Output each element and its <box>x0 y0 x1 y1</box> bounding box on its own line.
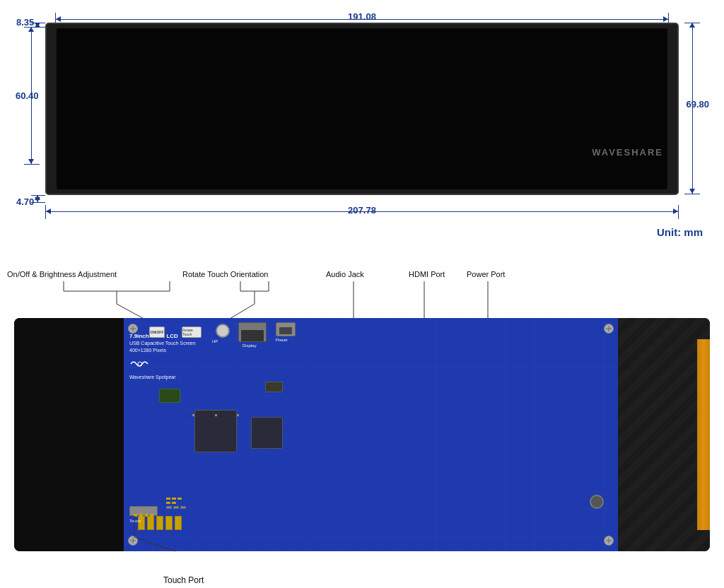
tick-left-h2 <box>24 164 40 165</box>
tick-total-right <box>678 205 679 219</box>
pcb-brand: Waveshare Spotpear <box>129 375 196 380</box>
pcb-product-resolution: 400×1280 Pixels <box>129 347 196 354</box>
dim-top-width: 191.08 <box>348 11 376 22</box>
waveshare-logo-svg <box>129 357 151 371</box>
label-touch-port: Touch Port <box>163 575 204 585</box>
bottom-margin-arrow <box>37 195 38 202</box>
watermark-text: WAVESHARE <box>592 147 663 158</box>
pcb-right-area <box>618 318 710 551</box>
passive-components <box>166 498 186 509</box>
main-chip <box>194 410 237 452</box>
dim-top-margin: 8.35 <box>16 17 34 28</box>
screw-bottom-left <box>128 536 138 546</box>
inductor <box>590 495 604 509</box>
power-label: Power <box>276 338 288 342</box>
screw-top-right <box>604 324 614 334</box>
label-audio-jack: Audio Jack <box>326 270 364 278</box>
screw-bottom-right <box>604 536 614 546</box>
page-container: 191.08 8.35 WAVESHARE 60.40 69.80 4.70 <box>0 0 724 588</box>
display-label: Display <box>243 343 257 348</box>
bottom-pads-row <box>138 516 194 530</box>
component-green-1 <box>159 389 180 403</box>
label-power-port: Power Port <box>467 270 505 278</box>
flex-cable-texture <box>618 318 710 551</box>
label-rotate-touch: Rotate Touch Orientation <box>182 270 268 278</box>
pcb-blue-area: 7.9inch HDMI LCD USB Capacitive Touch Sc… <box>124 318 618 551</box>
touch-connector <box>129 506 158 516</box>
pcb-product-subtitle: USB Capacitive Touch Screen <box>129 340 196 347</box>
pcb-left-screen <box>14 318 124 551</box>
secondary-chip <box>251 417 283 449</box>
label-hdmi-port: HDMI Port <box>409 270 445 278</box>
component-yellow-1 <box>265 382 283 392</box>
dim-total-width: 207.78 <box>348 205 376 216</box>
unit-label: Unit: mm <box>657 226 703 238</box>
pcb-board: 7.9inch HDMI LCD USB Capacitive Touch Sc… <box>14 318 710 551</box>
power-port-connector <box>276 322 296 336</box>
touch-label-pcb: Touch <box>129 519 141 523</box>
screw-top-left <box>128 324 138 334</box>
hdmi-port-connector <box>238 322 267 342</box>
labels-row: On/Off & Brightness Adjustment Rotate To… <box>0 269 724 318</box>
pcb-product-info: 7.9inch HDMI LCD USB Capacitive Touch Sc… <box>129 332 196 380</box>
hp-label: HP <box>212 339 218 343</box>
bottom-section: On/Off & Brightness Adjustment Rotate To… <box>0 269 724 588</box>
dim-bottom-margin: 4.70 <box>16 196 34 207</box>
tick-right-h2 <box>684 194 700 194</box>
audio-jack-connector <box>216 324 230 338</box>
label-onoff: On/Off & Brightness Adjustment <box>7 270 117 278</box>
flex-connector-strip <box>697 339 710 530</box>
dim-right-height: 69.80 <box>686 99 709 110</box>
technical-drawing: 191.08 8.35 WAVESHARE 60.40 69.80 4.70 <box>14 7 710 261</box>
rotate-touch-button[interactable]: Rotate Touch <box>182 327 202 338</box>
lcd-screen-surface <box>57 28 667 189</box>
onoff-button[interactable]: ON/OFF <box>149 327 165 338</box>
lcd-outer-case <box>45 23 679 195</box>
dim-left-height: 60.40 <box>16 90 39 101</box>
